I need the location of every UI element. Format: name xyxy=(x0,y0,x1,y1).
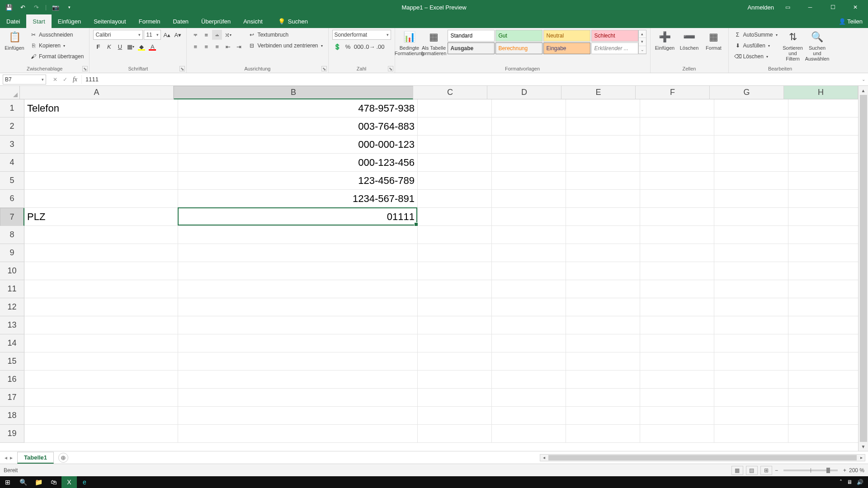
cell-D1[interactable] xyxy=(492,99,566,117)
minimize-icon[interactable]: ─ xyxy=(801,0,819,14)
cell-B6[interactable]: 1234-567-891 xyxy=(178,190,418,208)
cell-A15[interactable] xyxy=(24,352,178,371)
tray-up-icon[interactable]: ˄ xyxy=(840,479,842,485)
insert-cells-button[interactable]: ➕Einfügen xyxy=(654,30,676,51)
cell-D16[interactable] xyxy=(492,371,566,389)
scroll-right-icon[interactable]: ▸ xyxy=(858,455,865,460)
row-header-15[interactable]: 15 xyxy=(0,352,24,371)
sort-filter-button[interactable]: ⇅Sortieren und Filtern xyxy=(782,30,804,61)
cell-D7[interactable] xyxy=(492,208,566,226)
cell-F9[interactable] xyxy=(640,244,714,262)
style-eingabe[interactable]: Eingabe xyxy=(543,42,590,54)
cell-E17[interactable] xyxy=(566,389,640,407)
row-header-17[interactable]: 17 xyxy=(0,389,24,407)
bold-button[interactable]: F xyxy=(93,42,103,52)
file-explorer-icon[interactable]: 📁 xyxy=(31,476,46,488)
cell-F14[interactable] xyxy=(640,334,714,352)
maximize-icon[interactable]: ☐ xyxy=(824,0,842,14)
zoom-in-icon[interactable]: + xyxy=(843,467,846,474)
camera-icon[interactable]: 📷 xyxy=(51,3,60,12)
column-header-F[interactable]: F xyxy=(636,86,710,99)
cell-G7[interactable] xyxy=(714,208,788,226)
expand-formula-bar-icon[interactable]: ⌄ xyxy=(859,77,868,82)
name-box[interactable]: B7▾ xyxy=(3,75,46,84)
cell-D19[interactable] xyxy=(492,425,566,443)
row-header-10[interactable]: 10 xyxy=(0,262,24,280)
row-header-8[interactable]: 8 xyxy=(0,226,24,244)
cell-D14[interactable] xyxy=(492,334,566,352)
column-header-E[interactable]: E xyxy=(561,86,636,99)
cell-E12[interactable] xyxy=(566,298,640,316)
row-header-3[interactable]: 3 xyxy=(0,136,24,154)
cell-H3[interactable] xyxy=(788,136,858,154)
cell-C9[interactable] xyxy=(418,244,492,262)
cell-C16[interactable] xyxy=(418,371,492,389)
cell-F12[interactable] xyxy=(640,298,714,316)
scroll-left-icon[interactable]: ◂ xyxy=(540,455,547,460)
row-header-7[interactable]: 7 xyxy=(0,208,24,226)
cell-A8[interactable] xyxy=(24,226,178,244)
cell-F15[interactable] xyxy=(640,352,714,371)
delete-cells-button[interactable]: ➖Löschen xyxy=(679,30,700,51)
cell-A13[interactable] xyxy=(24,316,178,334)
column-header-G[interactable]: G xyxy=(710,86,784,99)
cell-styles-gallery[interactable]: Standard Gut Neutral Schlecht Ausgabe Be… xyxy=(448,30,638,54)
row-header-19[interactable]: 19 xyxy=(0,425,24,443)
format-as-table-button[interactable]: ▦Als Tabelle formatieren xyxy=(423,30,445,56)
cell-E2[interactable] xyxy=(566,117,640,136)
cell-C5[interactable] xyxy=(418,172,492,190)
cell-F10[interactable] xyxy=(640,262,714,280)
cell-A10[interactable] xyxy=(24,262,178,280)
cell-C19[interactable] xyxy=(418,425,492,443)
style-schlecht[interactable]: Schlecht xyxy=(591,30,638,42)
cell-D12[interactable] xyxy=(492,298,566,316)
cell-B9[interactable] xyxy=(178,244,418,262)
tab-daten[interactable]: Daten xyxy=(166,14,195,28)
cell-A1[interactable]: Telefon xyxy=(24,99,178,117)
style-standard[interactable]: Standard xyxy=(448,30,495,42)
cells-area[interactable]: Telefon478-957-938003-764-883000-000-123… xyxy=(24,99,858,451)
sheet-nav-prev-icon[interactable]: ◂ xyxy=(5,455,7,461)
borders-icon[interactable]: ▦▾ xyxy=(126,42,136,52)
cell-F6[interactable] xyxy=(640,190,714,208)
cell-F3[interactable] xyxy=(640,136,714,154)
cell-G10[interactable] xyxy=(714,262,788,280)
cell-B11[interactable] xyxy=(178,280,418,298)
cell-A16[interactable] xyxy=(24,371,178,389)
cell-B13[interactable] xyxy=(178,316,418,334)
cell-H6[interactable] xyxy=(788,190,858,208)
cell-F4[interactable] xyxy=(640,154,714,172)
cut-button[interactable]: ✂Ausschneiden xyxy=(28,30,85,40)
style-neutral[interactable]: Neutral xyxy=(543,30,590,42)
italic-button[interactable]: K xyxy=(104,42,114,52)
cell-B16[interactable] xyxy=(178,371,418,389)
cell-C3[interactable] xyxy=(418,136,492,154)
cell-B12[interactable] xyxy=(178,298,418,316)
comma-format-icon[interactable]: 000 xyxy=(354,42,364,52)
font-launcher-icon[interactable]: ⬊ xyxy=(179,66,185,71)
increase-decimal-icon[interactable]: .0→ xyxy=(365,42,375,52)
cell-A9[interactable] xyxy=(24,244,178,262)
cell-G19[interactable] xyxy=(714,425,788,443)
cell-G6[interactable] xyxy=(714,190,788,208)
cell-B1[interactable]: 478-957-938 xyxy=(178,99,418,117)
cell-C6[interactable] xyxy=(418,190,492,208)
cell-C1[interactable] xyxy=(418,99,492,117)
cell-D10[interactable] xyxy=(492,262,566,280)
cell-A6[interactable] xyxy=(24,190,178,208)
cell-D5[interactable] xyxy=(492,172,566,190)
row-header-12[interactable]: 12 xyxy=(0,298,24,316)
cell-E4[interactable] xyxy=(566,154,640,172)
tab-formeln[interactable]: Formeln xyxy=(132,14,167,28)
cell-H13[interactable] xyxy=(788,316,858,334)
cell-F13[interactable] xyxy=(640,316,714,334)
column-header-A[interactable]: A xyxy=(20,86,174,99)
row-header-14[interactable]: 14 xyxy=(0,334,24,352)
cell-D3[interactable] xyxy=(492,136,566,154)
align-right-icon[interactable]: ≡ xyxy=(212,42,222,52)
cell-E14[interactable] xyxy=(566,334,640,352)
undo-icon[interactable]: ↶ xyxy=(18,3,27,12)
number-launcher-icon[interactable]: ⬊ xyxy=(388,66,393,71)
cell-C13[interactable] xyxy=(418,316,492,334)
tab-ueberpruefen[interactable]: Überprüfen xyxy=(195,14,237,28)
